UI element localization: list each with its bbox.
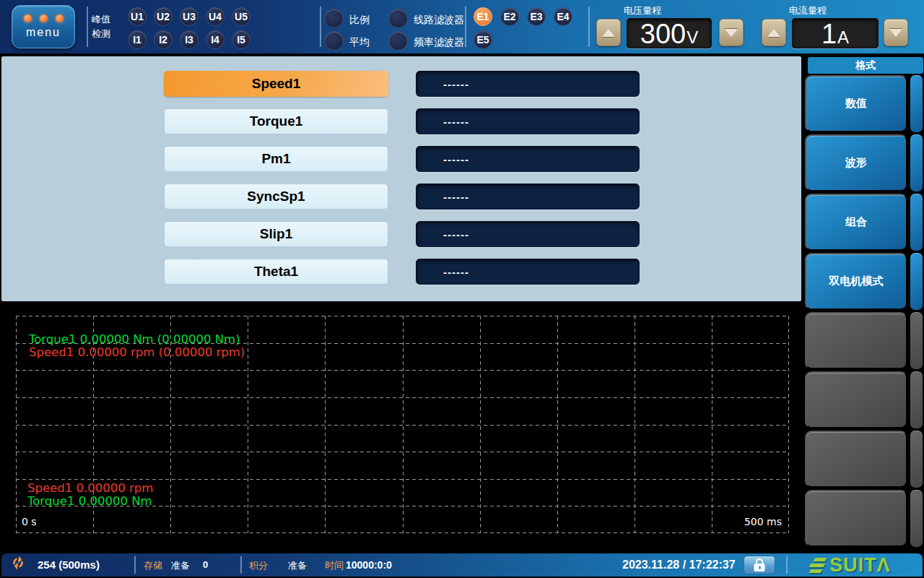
param-button-slip1[interactable]: Slip1: [164, 221, 388, 247]
divider: [134, 556, 136, 574]
voltage-range-up-button[interactable]: [596, 19, 621, 46]
value-display-syncsp1: ------: [416, 184, 640, 210]
store-label: 存储: [144, 559, 162, 572]
up-arrow-icon: [602, 29, 615, 37]
indicator-u2: U2: [154, 7, 173, 26]
chart-annotation-torque-bottom: Torque1 0.00000 Nm: [27, 495, 152, 508]
ratio-indicator: [324, 9, 344, 28]
divider: [786, 556, 788, 574]
up-arrow-icon: [767, 29, 780, 37]
integration-status: 准备: [288, 559, 307, 572]
divider: [465, 7, 466, 47]
chart-annotation-torque-top: Torque1 0.00000 Nm (0.00000 Nm): [29, 333, 240, 346]
current-range-label: 电流量程: [789, 4, 827, 17]
indicator-u1: U1: [128, 7, 147, 26]
param-button-speed1[interactable]: Speed1: [164, 71, 388, 97]
menu-dots-icon: [24, 14, 64, 22]
element-button-e5[interactable]: E5: [474, 30, 492, 49]
store-status: 准备: [171, 559, 190, 572]
sidebar-strip-empty-1[interactable]: [910, 312, 923, 369]
peak-detect-line1: 峰值: [92, 12, 110, 27]
indicator-i3: I3: [180, 30, 199, 49]
sidebar-button-empty-2[interactable]: [805, 371, 907, 428]
param-button-theta1[interactable]: Theta1: [164, 259, 388, 285]
status-bar: 254 (500ms) 存储 准备 0 积分 准备 时间 10000:0:0 2…: [1, 553, 923, 577]
param-button-torque1[interactable]: Torque1: [164, 108, 388, 134]
sidebar-button-empty-1[interactable]: [805, 312, 907, 369]
indicator-i1: I1: [128, 30, 147, 49]
ratio-label: 比例: [349, 14, 370, 27]
suita-logo: SUITΛ: [810, 553, 891, 577]
current-range-down-button[interactable]: [884, 19, 908, 46]
time-value: 10000:0:0: [346, 559, 392, 571]
sidebar-strip-dual-motor[interactable]: [910, 253, 923, 310]
peak-detect-line2: 检测: [92, 27, 110, 41]
indicator-u3: U3: [180, 7, 199, 26]
down-arrow-icon: [725, 29, 738, 37]
sidebar-strip-waveform[interactable]: [910, 134, 923, 191]
indicator-u5: U5: [232, 7, 250, 26]
current-range-up-button[interactable]: [762, 19, 786, 46]
element-button-e1[interactable]: E1: [474, 7, 492, 26]
element-button-e4[interactable]: E4: [554, 7, 572, 26]
value-display-slip1: ------: [416, 221, 640, 247]
value-display-speed1: ------: [416, 71, 640, 97]
update-count: 254 (500ms): [38, 558, 100, 571]
param-button-syncsp1[interactable]: SyncSp1: [164, 184, 388, 210]
element-button-e3[interactable]: E3: [527, 7, 546, 26]
logo-bars-icon: [810, 558, 826, 573]
average-label: 平均: [349, 36, 370, 49]
sidebar-button-empty-4[interactable]: [805, 490, 907, 547]
line-filter-indicator: [388, 9, 408, 28]
divider: [320, 7, 321, 47]
indicator-i2: I2: [154, 30, 173, 49]
menu-button-label: menu: [26, 26, 61, 39]
chart-annotation-speed-bottom: Speed1 0.00000 rpm: [27, 482, 153, 495]
integration-label: 积分: [249, 559, 268, 572]
peak-detect-label: 峰值 检测: [92, 12, 110, 41]
datetime-display: 2023.11.28 / 17:22:37: [622, 558, 736, 571]
sidebar-strip-combination[interactable]: [910, 194, 923, 251]
voltage-range-down-button[interactable]: [719, 19, 744, 46]
divider: [87, 7, 88, 47]
voltage-range-label: 电压量程: [624, 4, 661, 17]
freq-filter-label: 频率滤波器: [414, 36, 464, 49]
waveform-chart: Torque1 0.00000 Nm (0.00000 Nm) Speed1 0…: [16, 316, 789, 533]
chart-x-end-label: 500 ms: [744, 515, 782, 528]
indicator-i5: I5: [232, 30, 250, 49]
divider: [240, 556, 242, 574]
chart-x-start-label: 0 s: [22, 515, 37, 528]
value-display-theta1: ------: [416, 259, 640, 285]
indicator-i4: I4: [206, 30, 225, 49]
param-button-pm1[interactable]: Pm1: [164, 146, 388, 172]
sidebar-button-numeric[interactable]: 数值: [805, 75, 907, 132]
sidebar-strip-empty-3[interactable]: [910, 431, 923, 488]
sidebar-button-dual-motor[interactable]: 双电机模式: [805, 253, 907, 310]
voltage-range-unit: V: [687, 27, 698, 48]
top-bar: menu 峰值 检测 U1 U2 U3 U4 U5 I1 I2 I3 I4 I5…: [0, 0, 924, 53]
value-display-torque1: ------: [416, 108, 640, 134]
freq-filter-indicator: [388, 31, 408, 51]
sidebar-header-format: 格式: [808, 57, 923, 74]
element-button-e2[interactable]: E2: [500, 7, 519, 26]
time-label: 时间: [325, 559, 344, 572]
line-filter-label: 线路滤波器: [414, 14, 464, 27]
lock-button[interactable]: [744, 556, 775, 574]
divider: [588, 7, 590, 47]
sidebar-button-combination[interactable]: 组合: [805, 194, 907, 251]
sidebar-button-empty-3[interactable]: [805, 431, 907, 488]
measurement-panel: Speed1 ------ Torque1 ------ Pm1 ------ …: [1, 56, 801, 301]
sidebar-strip-empty-4[interactable]: [910, 490, 923, 547]
chart-annotation-speed-top: Speed1 0.00000 rpm (0.00000 rpm): [29, 346, 245, 359]
sidebar-button-waveform[interactable]: 波形: [805, 134, 907, 191]
current-range-unit: A: [837, 27, 849, 48]
sidebar-strip-numeric[interactable]: [910, 75, 923, 132]
menu-button[interactable]: menu: [12, 5, 75, 48]
value-display-pm1: ------: [416, 146, 640, 172]
sidebar-strip-empty-2[interactable]: [910, 371, 923, 428]
indicator-u4: U4: [206, 7, 225, 26]
voltage-range-display: 300 V: [627, 18, 712, 48]
device-screen: menu 峰值 检测 U1 U2 U3 U4 U5 I1 I2 I3 I4 I5…: [0, 0, 924, 578]
down-arrow-icon: [889, 29, 902, 37]
current-range-display: 1 A: [792, 18, 879, 48]
